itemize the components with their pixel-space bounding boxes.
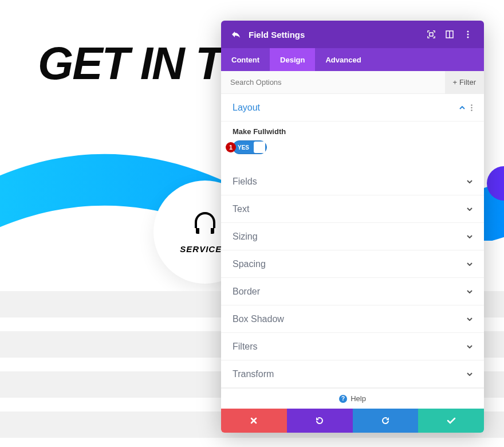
tab-content[interactable]: Content (221, 48, 270, 71)
section-label: Sizing (233, 232, 467, 242)
panel-title: Field Settings (249, 30, 421, 40)
svg-point-7 (471, 107, 472, 108)
tab-design[interactable]: Design (270, 48, 315, 71)
panel-header: Field Settings (221, 21, 484, 48)
columns-icon[interactable] (442, 26, 458, 42)
section-label: Box Shadow (233, 314, 467, 324)
cancel-button[interactable] (221, 409, 287, 433)
plus-icon: + (453, 78, 458, 87)
section-border[interactable]: Border (221, 278, 484, 305)
section-spacing[interactable]: Spacing (221, 250, 484, 278)
chevron-down-icon (467, 345, 472, 348)
section-more-icon[interactable] (471, 104, 472, 111)
svg-rect-0 (430, 33, 433, 36)
svg-point-4 (467, 34, 469, 36)
chevron-down-icon (467, 207, 472, 211)
section-sizing[interactable]: Sizing (221, 223, 484, 250)
svg-point-6 (471, 104, 472, 105)
section-label: Border (233, 287, 467, 297)
option-label: Make Fullwidth (233, 127, 472, 136)
section-text[interactable]: Text (221, 195, 484, 223)
expand-icon[interactable] (423, 26, 439, 42)
undo-button[interactable] (287, 409, 353, 433)
toggle-knob (254, 142, 265, 153)
section-filters[interactable]: Filters (221, 333, 484, 360)
back-button[interactable] (229, 28, 243, 41)
chevron-down-icon (467, 290, 472, 293)
section-label: Text (233, 204, 467, 214)
svg-point-8 (471, 109, 472, 111)
tabs: Content Design Advanced (221, 48, 484, 71)
section-label: Transform (233, 369, 467, 379)
filter-label: Filter (459, 78, 476, 87)
chevron-down-icon (467, 372, 472, 376)
filter-button[interactable]: + Filter (445, 71, 484, 93)
toggle-value: YES (238, 144, 254, 151)
fullwidth-toggle[interactable]: YES (233, 140, 267, 154)
section-transform[interactable]: Transform (221, 360, 484, 388)
chevron-up-icon (459, 106, 465, 109)
chevron-down-icon (467, 235, 472, 238)
callout-badge: 1 (226, 142, 236, 152)
section-box-shadow[interactable]: Box Shadow (221, 305, 484, 333)
section-label: Fields (233, 177, 467, 187)
chevron-down-icon (467, 180, 472, 183)
headphones-icon (192, 211, 218, 234)
search-row: + Filter (221, 71, 484, 94)
settings-panel: Field Settings Content Design Advanced +… (221, 21, 484, 433)
svg-point-5 (467, 37, 469, 38)
search-input[interactable] (221, 71, 445, 93)
chevron-down-icon (467, 317, 472, 321)
tab-advanced[interactable]: Advanced (315, 48, 371, 71)
section-label: Spacing (233, 259, 467, 269)
help-bar[interactable]: ? Help (221, 388, 484, 409)
chevron-down-icon (467, 262, 472, 266)
confirm-button[interactable] (418, 409, 484, 433)
svg-point-3 (467, 31, 469, 33)
footer-actions (221, 409, 484, 433)
more-icon[interactable] (460, 26, 476, 42)
section-layout-body: Make Fullwidth 1 YES (221, 121, 484, 168)
help-label: Help (351, 394, 366, 403)
section-fields[interactable]: Fields (221, 168, 484, 195)
redo-button[interactable] (353, 409, 419, 433)
section-layout[interactable]: Layout (221, 94, 484, 121)
section-label: Layout (233, 103, 459, 113)
help-icon: ? (339, 395, 347, 403)
section-label: Filters (233, 342, 467, 352)
sections-container: Layout Make Fullwidth 1 YES Fields Te (221, 94, 484, 388)
